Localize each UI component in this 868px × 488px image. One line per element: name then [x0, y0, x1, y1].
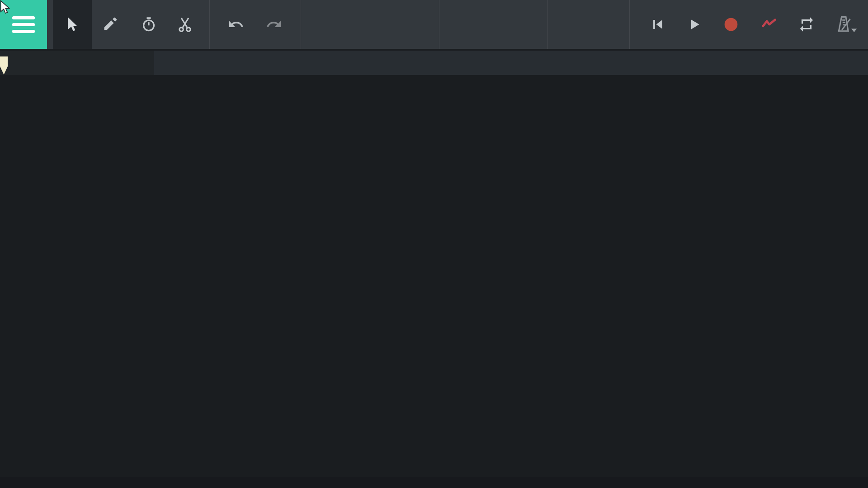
automation-button[interactable]: [751, 0, 787, 49]
loop-icon: [798, 16, 815, 33]
menu-button[interactable]: [0, 0, 47, 49]
play-button[interactable]: [676, 0, 712, 49]
pointer-tool-button[interactable]: [53, 0, 92, 49]
redo-button[interactable]: [256, 0, 292, 49]
undo-button[interactable]: [216, 0, 256, 49]
record-button[interactable]: [713, 0, 749, 49]
scissors-icon: [176, 16, 193, 33]
daw-app: [0, 0, 868, 488]
tempo-display[interactable]: [445, 0, 543, 49]
skip-to-start-button[interactable]: [640, 0, 676, 49]
pencil-icon: [102, 16, 118, 33]
stopwatch-icon: [141, 16, 157, 33]
undo-icon: [228, 16, 244, 33]
automation-icon: [760, 16, 778, 33]
pencil-tool-button[interactable]: [92, 0, 128, 49]
time-display: [307, 0, 434, 49]
skip-to-start-icon: [650, 17, 665, 32]
stopwatch-tool-button[interactable]: [131, 0, 167, 49]
toolbar-divider: [209, 0, 210, 49]
loop-button[interactable]: [788, 0, 825, 49]
signature-display[interactable]: [554, 0, 626, 49]
ruler-left-spacer: [0, 51, 154, 75]
metronome-icon: [834, 14, 858, 34]
timeline-ruler[interactable]: [0, 51, 868, 75]
pointer-icon: [64, 16, 81, 33]
redo-icon: [266, 16, 282, 33]
toolbar: [0, 0, 868, 49]
record-icon: [722, 15, 740, 33]
hamburger-icon: [12, 16, 35, 19]
metronome-button[interactable]: [826, 0, 865, 49]
bottom-bar: [0, 477, 868, 488]
play-icon: [687, 17, 702, 32]
toolbar-divider: [547, 0, 548, 49]
chevron-down-icon: [851, 29, 857, 33]
scissors-tool-button[interactable]: [167, 0, 203, 49]
toolbar-divider: [301, 0, 301, 49]
waveform-canvas: [155, 75, 868, 477]
toolbar-divider: [629, 0, 630, 49]
toolbar-divider: [439, 0, 439, 49]
